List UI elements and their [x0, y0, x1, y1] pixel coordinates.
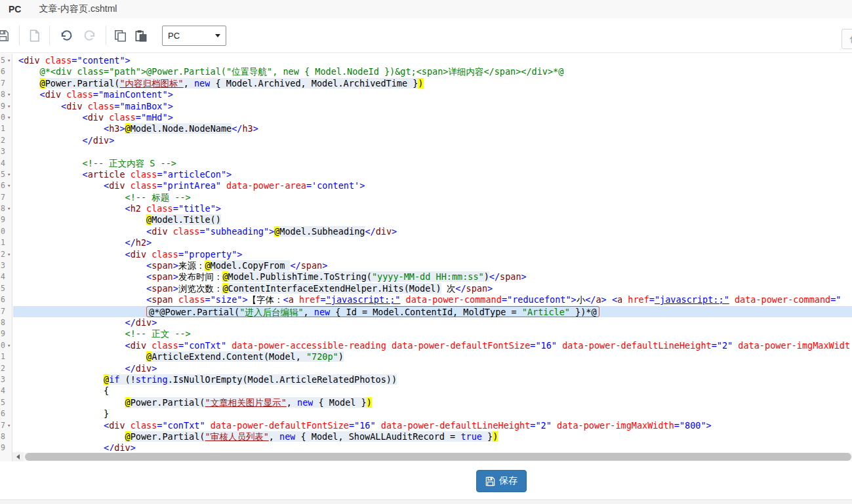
- line-number: 6▾: [0, 180, 13, 191]
- code-line[interactable]: 6▾ <div class="printArea" data-power-are…: [0, 180, 852, 191]
- line-number: 0▾: [0, 340, 13, 351]
- code-line[interactable]: 7 @Power.Partial("内容归档图标", new { Model.A…: [0, 78, 852, 89]
- code-line[interactable]: 7 <!-- 标题 -->: [0, 192, 852, 203]
- fold-arrow-icon[interactable]: ▾: [7, 112, 10, 123]
- line-number: 7: [0, 192, 13, 203]
- line-number: 5▾: [0, 55, 13, 66]
- code-line[interactable]: 8▾ <div class="mainContent">: [0, 89, 852, 100]
- fold-arrow-icon[interactable]: ▾: [7, 55, 10, 66]
- code-line[interactable]: 5 <span>浏览次数：@ContentInterfaceExtendHelp…: [0, 283, 852, 294]
- code-line[interactable]: 6 @*<div class="path">@Power.Partial("位置…: [0, 66, 852, 77]
- fold-arrow-icon[interactable]: ▾: [7, 420, 10, 431]
- app-label: PC: [9, 4, 21, 14]
- line-number: 5▾: [0, 169, 13, 180]
- save-button[interactable]: 保存: [476, 470, 527, 492]
- mode-select-value: PC: [168, 31, 215, 41]
- code-line[interactable]: 9▾ <div class="mainBox">: [0, 101, 852, 112]
- scroll-left-arrow[interactable]: [12, 452, 24, 461]
- scrollbar-thumb[interactable]: [25, 453, 851, 461]
- line-number: 7▾: [0, 420, 13, 431]
- code-line[interactable]: 6 <span class="size">【字体：<a href="javasc…: [0, 294, 852, 305]
- code-line[interactable]: 1 @ArticleExtend.Content(Model, "720p"): [0, 351, 852, 362]
- line-number: 9: [0, 214, 13, 225]
- code-lines: 5▾<div class="content">6 @*<div class="p…: [0, 54, 852, 451]
- code-line[interactable]: 9 @Model.Title(): [0, 214, 852, 225]
- line-number: 4: [0, 158, 13, 169]
- undo-icon: [59, 29, 73, 42]
- toolbar-separator: [49, 26, 50, 45]
- redo-button[interactable]: [81, 27, 98, 44]
- bottom-strip: [0, 499, 852, 504]
- fold-arrow-icon[interactable]: ▾: [7, 180, 10, 191]
- paste-button[interactable]: [132, 27, 149, 44]
- fold-arrow-icon[interactable]: ▾: [7, 169, 10, 180]
- line-number: 5: [0, 397, 13, 408]
- document-icon: [29, 29, 40, 42]
- undo-button[interactable]: [57, 27, 74, 44]
- code-line[interactable]: 9 <!-- 正文 -->: [0, 328, 852, 339]
- save-button-label: 保存: [499, 475, 517, 487]
- fold-arrow-icon[interactable]: ▾: [7, 101, 10, 112]
- line-number: 6: [0, 294, 13, 305]
- line-number: 7: [0, 306, 13, 317]
- line-number: 1: [0, 351, 13, 362]
- code-line[interactable]: 7 @*@Power.Partial("进入后台编辑", new { Id = …: [0, 306, 852, 317]
- code-line[interactable]: 0 <div class="subheading">@Model.Subhead…: [0, 226, 852, 237]
- code-line[interactable]: 3 <span>来源：@Model.CopyFrom </span>: [0, 260, 852, 271]
- fold-arrow-icon[interactable]: ▾: [7, 340, 10, 351]
- filename-label: 文章-内容页.cshtml: [39, 3, 117, 15]
- code-line[interactable]: 1 </h2>: [0, 237, 852, 248]
- code-line[interactable]: 8 @Power.Partial("审核人员列表", new { Model, …: [0, 431, 852, 442]
- code-line[interactable]: 4 <span>发布时间：@Model.PublishTime.ToString…: [0, 271, 852, 282]
- code-line[interactable]: 2 </div>: [0, 135, 852, 146]
- code-editor[interactable]: 5▾<div class="content">6 @*<div class="p…: [0, 54, 852, 461]
- code-line[interactable]: 0▾ <div class="conTxt" data-power-access…: [0, 340, 852, 351]
- line-number: 2: [0, 363, 13, 374]
- line-number: 3: [0, 374, 13, 385]
- document-button[interactable]: [26, 27, 43, 44]
- fold-arrow-icon[interactable]: ▾: [7, 203, 10, 214]
- save-icon: [485, 476, 495, 486]
- code-line[interactable]: 4 <!-- 正文内容 S -->: [0, 158, 852, 169]
- code-line[interactable]: 3 @if (!string.IsNullOrEmpty(Model.Artic…: [0, 374, 852, 385]
- line-number: 4: [0, 271, 13, 282]
- line-number: 3: [0, 146, 13, 157]
- line-number: 2▾: [0, 249, 13, 260]
- copy-icon: [114, 29, 127, 42]
- code-line[interactable]: 8 </div>: [0, 317, 852, 328]
- code-line[interactable]: 2▾ <div class="property">: [0, 249, 852, 260]
- code-line[interactable]: 3: [0, 146, 852, 157]
- line-number: 9▾: [0, 101, 13, 112]
- title-bar: PC 文章-内容页.cshtml: [0, 0, 852, 18]
- code-line[interactable]: 9 </div>: [0, 442, 852, 451]
- fold-arrow-icon[interactable]: ▾: [7, 249, 10, 260]
- line-number: 1: [0, 123, 13, 134]
- copy-button[interactable]: [112, 27, 129, 44]
- code-line[interactable]: 5 @Power.Partial("文章相关图片显示", new { Model…: [0, 397, 852, 408]
- line-number: 0: [0, 226, 13, 237]
- horizontal-scrollbar[interactable]: [12, 452, 852, 461]
- code-button[interactable]: 代: [842, 29, 852, 49]
- line-number: 6: [0, 66, 13, 77]
- mode-select[interactable]: PC: [162, 26, 226, 46]
- code-line[interactable]: 1 <h3>@Model.Node.NodeName</h3>: [0, 123, 852, 134]
- line-number: 1: [0, 237, 13, 248]
- left-triangle-icon: [16, 454, 20, 459]
- code-line[interactable]: 8▾ <h2 class="title">: [0, 203, 852, 214]
- code-line[interactable]: 0▾ <div class="mHd">: [0, 112, 852, 123]
- line-number: 9: [0, 442, 13, 451]
- code-line[interactable]: 2 </div>: [0, 363, 852, 374]
- code-line[interactable]: 7▾ <div class="conTxt" data-power-defaul…: [0, 420, 852, 431]
- code-line[interactable]: 5▾<div class="content">: [0, 55, 852, 66]
- line-number: 2: [0, 135, 13, 146]
- fold-arrow-icon[interactable]: ▾: [7, 89, 10, 100]
- line-number: 9: [0, 328, 13, 339]
- code-line[interactable]: 5▾ <article class="articleCon">: [0, 169, 852, 180]
- code-button-glyph: 代: [849, 33, 852, 45]
- toolbar: PC: [0, 18, 852, 53]
- save-icon: [0, 29, 9, 42]
- chevron-down-icon: [215, 34, 220, 37]
- save-file-button[interactable]: [0, 27, 11, 44]
- code-line[interactable]: 6 }: [0, 408, 852, 419]
- code-line[interactable]: 4 {: [0, 385, 852, 397]
